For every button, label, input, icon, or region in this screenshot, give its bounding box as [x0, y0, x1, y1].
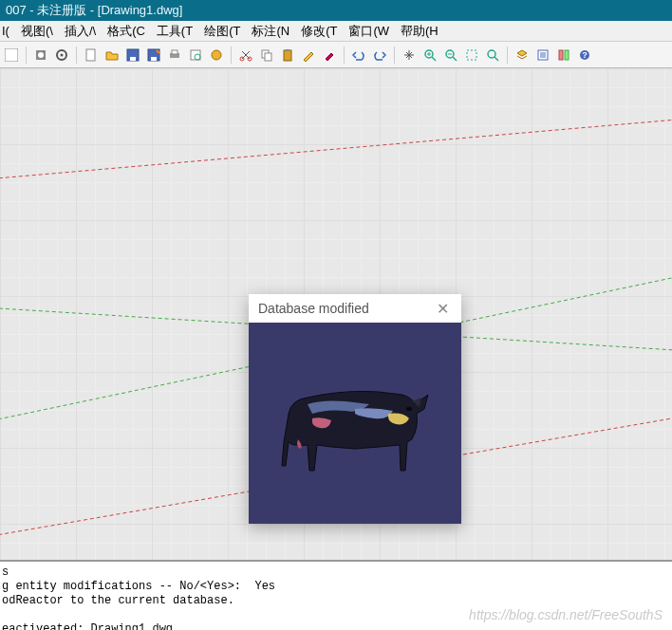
- menu-item-draw[interactable]: 绘图(T: [204, 23, 240, 40]
- svg-rect-26: [559, 50, 563, 60]
- properties-icon[interactable]: [533, 46, 552, 65]
- svg-point-2: [38, 52, 44, 58]
- redo-icon[interactable]: [370, 46, 389, 65]
- zoomout-icon[interactable]: [441, 46, 460, 65]
- copy-icon[interactable]: [257, 46, 276, 65]
- cmd-line: g entity modifications -- No/<Yes>: Yes: [2, 580, 275, 593]
- dialog-database-modified: Database modified ✕: [249, 294, 461, 524]
- svg-point-14: [212, 50, 221, 60]
- svg-rect-18: [265, 53, 271, 61]
- printpreview-icon[interactable]: [186, 46, 205, 65]
- dialog-titlebar[interactable]: Database modified ✕: [249, 294, 461, 323]
- layers-icon[interactable]: [513, 46, 532, 65]
- svg-rect-19: [284, 50, 291, 61]
- save-icon[interactable]: [123, 46, 142, 65]
- menu-item-window[interactable]: 窗口(W: [348, 23, 389, 40]
- zoomin-icon[interactable]: [420, 46, 439, 65]
- dialog-body: [249, 323, 461, 524]
- command-line-area[interactable]: s g entity modifications -- No/<Yes>: Ye…: [0, 560, 672, 630]
- svg-rect-9: [151, 57, 157, 61]
- tools-icon[interactable]: [554, 46, 573, 65]
- open-icon[interactable]: [103, 46, 121, 65]
- cmd-line: s: [2, 565, 9, 579]
- svg-point-24: [488, 50, 495, 58]
- svg-rect-27: [565, 50, 569, 60]
- paintbrush-icon[interactable]: [320, 46, 339, 65]
- prefs-icon[interactable]: [31, 46, 50, 65]
- svg-rect-5: [86, 49, 95, 61]
- zoomwin-icon[interactable]: [462, 46, 481, 65]
- svg-point-34: [406, 407, 412, 411]
- cmd-line: eactiveated: Drawing1.dwg.: [2, 622, 179, 630]
- matchprops-icon[interactable]: [299, 46, 318, 65]
- publish-icon[interactable]: [207, 46, 226, 65]
- window-titlebar: 007 - 未注册版 - [Drawing1.dwg]: [0, 0, 672, 21]
- menu-item[interactable]: I(: [2, 24, 9, 38]
- gear-icon[interactable]: [52, 46, 71, 65]
- cow-image: [265, 361, 445, 485]
- window-title: 007 - 未注册版 - [Drawing1.dwg]: [6, 3, 182, 17]
- svg-rect-20: [286, 49, 289, 51]
- menu-item-tools[interactable]: 工具(T: [157, 23, 193, 40]
- new-icon[interactable]: [82, 46, 101, 65]
- print-icon[interactable]: [165, 46, 184, 65]
- menu-item-help[interactable]: 帮助(H: [401, 23, 439, 40]
- svg-point-4: [61, 53, 64, 56]
- help-icon[interactable]: ?: [575, 46, 594, 65]
- paste-icon[interactable]: [278, 46, 297, 65]
- svg-rect-0: [5, 48, 18, 62]
- menu-item-insert[interactable]: 插入/\: [65, 23, 96, 40]
- toolbar: ?: [0, 42, 672, 68]
- svg-text:?: ?: [582, 50, 588, 60]
- close-icon[interactable]: ✕: [433, 299, 452, 318]
- dialog-title: Database modified: [258, 301, 369, 316]
- menu-item-modify[interactable]: 修改(T: [301, 23, 337, 40]
- cmd-line: odReactor to the current database.: [2, 594, 234, 607]
- cut-icon[interactable]: [236, 46, 255, 65]
- bylayer-swatch[interactable]: [2, 46, 21, 65]
- zoomext-icon[interactable]: [483, 46, 502, 65]
- drawing-viewport[interactable]: Database modified ✕: [0, 68, 672, 560]
- menu-item-annotate[interactable]: 标注(N: [252, 23, 289, 40]
- saveas-icon[interactable]: [144, 46, 163, 65]
- menu-item-view[interactable]: 视图(\: [21, 23, 53, 40]
- pan-icon[interactable]: [400, 46, 419, 65]
- svg-rect-11: [172, 50, 177, 54]
- svg-rect-7: [130, 57, 136, 61]
- undo-icon[interactable]: [349, 46, 368, 65]
- menubar: I( 视图(\ 插入/\ 格式(C 工具(T 绘图(T 标注(N 修改(T 窗口…: [0, 21, 672, 42]
- svg-rect-23: [467, 50, 476, 60]
- menu-item-format[interactable]: 格式(C: [107, 23, 145, 40]
